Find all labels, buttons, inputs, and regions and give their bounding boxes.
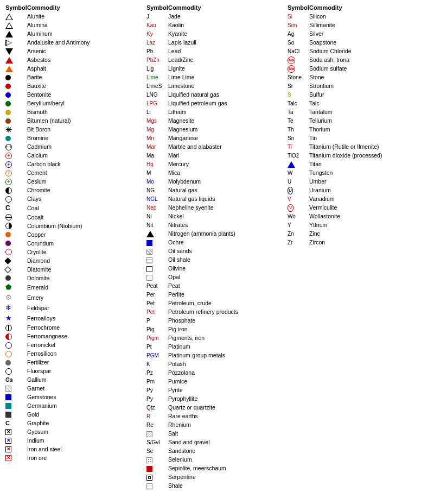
list-item: Columbium (Niobium) [5, 222, 146, 230]
commodity-magnesite: Magnesite [168, 117, 194, 125]
list-item: Copper [5, 230, 146, 239]
symbol-barite [5, 75, 25, 80]
symbol-lithium: Li [146, 109, 166, 117]
commodity-platinum: Platinum [168, 343, 190, 351]
commodity-calcium: Calcium [27, 152, 48, 160]
symbol-iron-steel: ✕ [5, 446, 25, 452]
commodity-vanadium: Vanadium [309, 195, 335, 203]
list-item: Pigm Pigments, iron [146, 334, 288, 343]
commodity-diatomite: Diatomite [27, 266, 51, 274]
symbol-garnet [5, 386, 25, 392]
list-item: Te Tellurium [288, 117, 429, 125]
symbol-copper [5, 232, 25, 237]
commodity-pigments: Pigments, iron [168, 334, 205, 342]
list-item: U Uranium [288, 186, 429, 195]
symbol-soapstone: So [288, 39, 307, 47]
symbol-yttrium: Y [288, 222, 307, 230]
commodity-uranium: Uranium [309, 186, 331, 194]
commodity-chromite: Chromite [27, 186, 50, 194]
symbol-pumice: Pm [146, 378, 166, 386]
list-item: Mg Magnesium [146, 125, 288, 134]
symbol-columbium [5, 223, 25, 229]
list-item: Py Pyrite [146, 386, 288, 395]
list-item: Zn Zinc [288, 230, 429, 238]
symbol-sulfur: S [288, 91, 307, 99]
list-item: Mar Marble and alabaster [146, 143, 288, 152]
symbol-titanium: Ti [288, 143, 307, 152]
symbol-bismuth [5, 110, 25, 115]
commodity-tin: Tin [309, 134, 317, 142]
commodity-pyrophyllite: Pyrophyllite [168, 395, 197, 403]
commodity-tantalum: Tantalum [309, 108, 333, 116]
list-item: NG Natural gas [146, 186, 288, 195]
list-item: Fluorspar [5, 367, 146, 376]
symbol-magnesite: Mgs [146, 117, 166, 125]
commodity-asphalt: Asphalt [27, 65, 46, 73]
list-item: Aluminum [5, 30, 146, 39]
commodity-silver: Silver [309, 30, 323, 38]
list-item: Diatomite [5, 265, 146, 274]
commodity-cement: Cement [27, 169, 47, 177]
list-item: Bauxite [5, 82, 146, 91]
symbol-nacl: NaCl [288, 48, 307, 56]
list-item: Garnet [5, 385, 146, 393]
list-item: NaCl Sodium Chloride [288, 47, 429, 56]
symbol-olivine [146, 266, 166, 272]
commodity-ferronickel: Ferronickel [27, 341, 55, 349]
list-item: Ferronickel [5, 341, 146, 350]
symbol-opal [146, 275, 166, 281]
symbol-rare-earths: R [146, 413, 166, 421]
symbol-bit-boron: ✳ [5, 126, 25, 134]
symbol-ochre [146, 240, 166, 246]
symbol-nitrogen [146, 231, 166, 237]
commodity-lpg: Liquified petroleum gas [168, 99, 227, 108]
commodity-peat: Peat [168, 282, 180, 290]
symbol-gold [5, 412, 25, 418]
list-item: Dolomite [5, 274, 146, 282]
symbol-lapis: Laz [146, 39, 166, 47]
list-item: Pm Pumice [146, 377, 288, 386]
commodity-molybdenum: Molybdenum [168, 178, 201, 186]
symbol-lng: LNG [146, 91, 166, 99]
list-item: Asbestos [5, 56, 146, 65]
symbol-strontium: Sr [288, 83, 307, 91]
commodity-alumina: Alumina [27, 21, 48, 29]
list-item: PGM Platinum-group metals [146, 351, 288, 360]
symbol-tantalum: Ta [288, 109, 307, 117]
commodity-mica: Mica [168, 169, 180, 177]
list-item: Talc Talc [288, 99, 429, 108]
symbol-lead: Pb [146, 48, 166, 56]
list-item: Pig Pig iron [146, 325, 288, 334]
commodity-cobalt: Cobalt [27, 213, 43, 222]
commodity-pgm: Platinum-group metals [168, 351, 225, 360]
list-item: Nitrogen (ammonia plants) [146, 230, 288, 238]
list-item: R Rare earths [146, 412, 288, 421]
list-item: V Vermiculite [288, 204, 429, 212]
commodity-petroleum: Petroleum, crude [168, 299, 212, 307]
column-3: Symbol Commodity Si Silicon Sim Silliman… [288, 4, 429, 247]
list-item: Si Silicon [288, 12, 429, 21]
commodity-pozzolana: Pozzolana [168, 369, 195, 377]
list-item: Y Yttrium [288, 221, 429, 230]
commodity-nepheline: Nepheline syenite [168, 204, 213, 212]
commodity-thorium: Thorium [309, 125, 330, 134]
commodity-rare-earths: Rare earths [168, 412, 198, 420]
commodity-oil-shale: Oil shale [168, 256, 190, 264]
list-item: + Cesium [5, 178, 146, 186]
commodity-manganese: Manganese [168, 134, 198, 142]
commodity-olivine: Olivine [168, 264, 186, 273]
list-item: Laz Lapis lazuli [146, 39, 288, 47]
commodity-potash: Potash [168, 360, 186, 368]
commodity-silicon: Silicon [309, 12, 326, 21]
symbol-cryolite [5, 249, 25, 255]
list-item: Beryllium/beryl [5, 99, 146, 108]
list-item: Na Soda ash, trona [288, 56, 429, 65]
commodity-gold: Gold [27, 411, 39, 419]
symbol-oil-sands [146, 249, 166, 255]
commodity-nacl: Sodium Chloride [309, 47, 352, 55]
commodity-cadmium: Cadmium [27, 143, 52, 151]
list-item: + Cadmium [5, 143, 146, 152]
column-2: Symbol Commodity J Jade Kao Kaolin Ky Ky… [146, 4, 288, 490]
list-item: Ta Tantalum [288, 108, 429, 117]
symbol-bromine [5, 136, 25, 141]
